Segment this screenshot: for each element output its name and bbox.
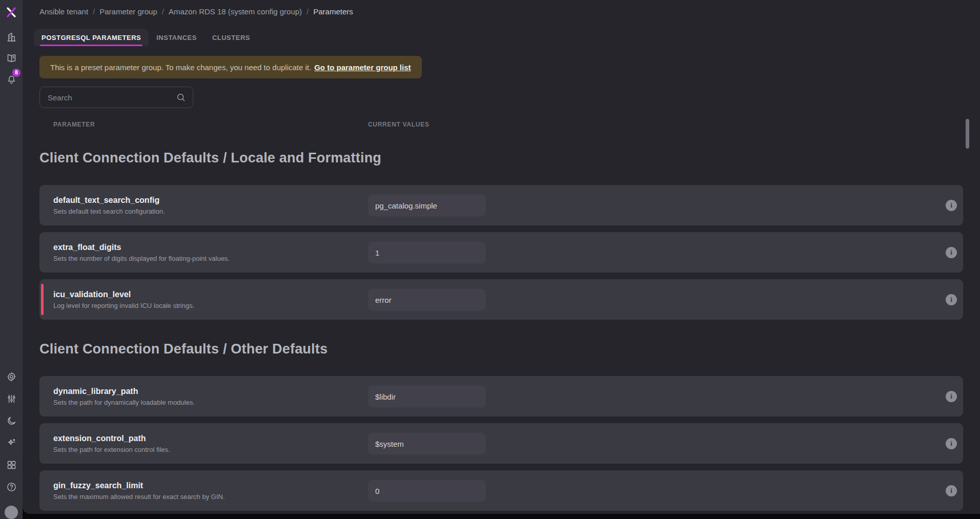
- tab-bar: POSTGRESQL PARAMETERSINSTANCESCLUSTERS: [34, 29, 980, 46]
- parameter-section: Client Connection Defaults / Locale and …: [23, 150, 980, 320]
- tab-clusters[interactable]: CLUSTERS: [205, 29, 258, 46]
- sidebar: 8: [0, 0, 23, 519]
- modified-accent-bar: [41, 284, 44, 315]
- go-to-parameter-group-list-link[interactable]: Go to parameter group list: [314, 63, 411, 72]
- sidebar-item-help[interactable]: [4, 480, 18, 494]
- preset-warning-banner: This is a preset parameter group. To mak…: [39, 56, 422, 78]
- parameter-sections: Client Connection Defaults / Locale and …: [23, 150, 980, 511]
- parameter-info: dynamic_library_path Sets the path for d…: [53, 387, 195, 406]
- parameter-value-input[interactable]: $system: [368, 432, 486, 454]
- parameter-name: extra_float_digits: [53, 243, 230, 252]
- breadcrumb-separator: /: [162, 7, 164, 16]
- info-icon[interactable]: i: [946, 247, 957, 258]
- parameter-value-input[interactable]: 1: [368, 241, 486, 263]
- sidebar-bottom-nav: [4, 369, 18, 519]
- breadcrumb-item[interactable]: Amazon RDS 18 (system config group): [169, 7, 302, 16]
- sidebar-item-dark-mode[interactable]: [4, 413, 18, 428]
- building-icon: [6, 32, 17, 43]
- parameter-name: gin_fuzzy_search_limit: [53, 481, 225, 490]
- parameter-rows: default_text_search_config Sets default …: [39, 185, 963, 320]
- parameter-row: extension_control_path Sets the path for…: [39, 423, 963, 464]
- parameter-name: dynamic_library_path: [53, 387, 195, 396]
- sidebar-item-apps[interactable]: [4, 458, 18, 472]
- breadcrumb-item[interactable]: Ansible tenant: [39, 7, 88, 16]
- parameter-row: extra_float_digits Sets the number of di…: [39, 232, 963, 273]
- parameter-info: default_text_search_config Sets default …: [53, 196, 165, 215]
- sliders-icon: [6, 393, 17, 404]
- parameter-name: default_text_search_config: [53, 196, 165, 205]
- moon-icon: [6, 416, 17, 426]
- help-icon: [6, 482, 17, 492]
- gear-icon: [6, 371, 17, 382]
- search-box: [39, 87, 193, 108]
- parameter-name: icu_validation_level: [53, 290, 194, 299]
- parameter-description: Sets the maximum allowed result for exac…: [53, 493, 225, 501]
- sidebar-item-documentation[interactable]: [4, 51, 18, 65]
- parameter-info: gin_fuzzy_search_limit Sets the maximum …: [53, 481, 225, 501]
- parameter-description: Sets the path for extension control file…: [53, 446, 170, 453]
- tab-postgresql-parameters[interactable]: POSTGRESQL PARAMETERS: [34, 29, 149, 46]
- parameter-row: default_text_search_config Sets default …: [39, 185, 963, 225]
- parameter-value-input[interactable]: error: [368, 288, 486, 310]
- info-icon[interactable]: i: [946, 485, 957, 496]
- parameter-value-input[interactable]: 0: [368, 480, 486, 502]
- parameter-rows: dynamic_library_path Sets the path for d…: [39, 376, 963, 511]
- column-header-parameter: PARAMETER: [53, 121, 95, 128]
- breadcrumb: Ansible tenant/Parameter group/Amazon RD…: [23, 0, 980, 16]
- parameter-info: icu_validation_level Log level for repor…: [53, 290, 194, 309]
- app-logo[interactable]: [4, 5, 18, 19]
- breadcrumb-separator: /: [307, 7, 309, 16]
- info-icon[interactable]: i: [946, 438, 957, 449]
- parameter-description: Sets default text search configuration.: [53, 207, 165, 215]
- breadcrumb-item[interactable]: Parameter group: [99, 7, 157, 16]
- search-input[interactable]: [40, 93, 176, 102]
- sidebar-item-preferences[interactable]: [4, 391, 18, 406]
- book-icon: [6, 53, 17, 64]
- tab-instances[interactable]: INSTANCES: [149, 29, 205, 46]
- parameter-name: extension_control_path: [53, 434, 170, 443]
- parameter-description: Sets the path for dynamically loadable m…: [53, 399, 195, 406]
- sparkles-icon: [6, 438, 17, 448]
- info-icon[interactable]: i: [946, 200, 957, 211]
- sidebar-item-organization[interactable]: [4, 30, 18, 44]
- column-header-current-values: CURRENT VALUES: [368, 121, 430, 128]
- banner-text: This is a preset parameter group. To mak…: [50, 63, 311, 72]
- sidebar-item-settings[interactable]: [4, 369, 18, 384]
- parameter-row: gin_fuzzy_search_limit Sets the maximum …: [39, 470, 963, 511]
- sidebar-top-nav: 8: [4, 30, 18, 86]
- user-avatar[interactable]: [5, 506, 18, 519]
- breadcrumb-item: Parameters: [313, 7, 353, 16]
- section-title: Client Connection Defaults / Other Defau…: [39, 341, 980, 357]
- main-content: Ansible tenant/Parameter group/Amazon RD…: [23, 0, 980, 514]
- info-icon[interactable]: i: [946, 391, 957, 402]
- breadcrumb-separator: /: [93, 7, 95, 16]
- parameter-value-input[interactable]: $libdir: [368, 385, 486, 407]
- sidebar-item-notifications[interactable]: 8: [4, 72, 18, 86]
- parameter-description: Sets the number of digits displayed for …: [53, 255, 230, 262]
- table-header: PARAMETER CURRENT VALUES: [23, 121, 980, 129]
- app-window: 8: [0, 0, 980, 519]
- parameter-description: Log level for reporting invalid ICU loca…: [53, 302, 194, 309]
- parameter-info: extension_control_path Sets the path for…: [53, 434, 170, 453]
- section-title: Client Connection Defaults / Locale and …: [39, 150, 980, 166]
- notification-badge: 8: [12, 69, 21, 77]
- scrollbar-thumb[interactable]: [966, 119, 969, 149]
- parameter-row: dynamic_library_path Sets the path for d…: [39, 376, 963, 417]
- search-icon: [176, 92, 186, 102]
- info-icon[interactable]: i: [946, 294, 957, 305]
- sidebar-item-ai-assistant[interactable]: [4, 435, 18, 450]
- parameter-row: icu_validation_level Log level for repor…: [39, 279, 963, 320]
- parameter-value-input[interactable]: pg_catalog.simple: [368, 194, 486, 216]
- grid-icon: [6, 460, 17, 470]
- x-logo-icon: [5, 6, 17, 18]
- parameter-info: extra_float_digits Sets the number of di…: [53, 243, 230, 262]
- parameter-section: Client Connection Defaults / Other Defau…: [23, 341, 980, 511]
